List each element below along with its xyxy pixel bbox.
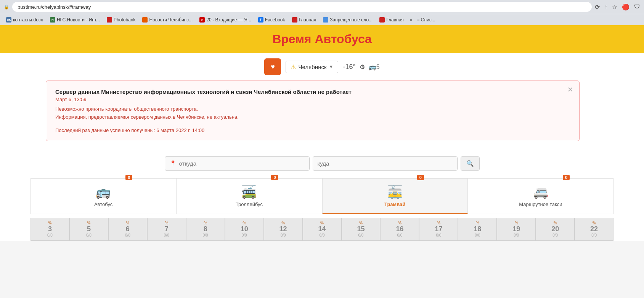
route-sub: 0/0 bbox=[514, 233, 519, 237]
search-icon: 🔍 bbox=[466, 160, 474, 167]
vk-icon: ВК bbox=[6, 17, 11, 23]
news-icon bbox=[142, 17, 148, 23]
route-number-item[interactable]: % 12 0/0 bbox=[264, 218, 303, 241]
route-sub: 0/0 bbox=[125, 233, 130, 237]
route-number: 20 bbox=[551, 225, 559, 234]
bus-icon: 🚌 bbox=[96, 185, 111, 199]
warning-icon: ⚠ bbox=[291, 63, 296, 71]
route-number: 14 bbox=[318, 225, 326, 234]
route-number-item[interactable]: % 19 0/0 bbox=[497, 218, 536, 241]
reading-list-icon[interactable]: ≡ Спис... bbox=[417, 17, 435, 23]
route-percent-label: % bbox=[593, 221, 596, 225]
alert-box: ✕ Сервер данных Министерство информацион… bbox=[46, 81, 580, 141]
bookmark-news[interactable]: Новости Челябинс... bbox=[139, 16, 196, 23]
search-button[interactable]: 🔍 bbox=[461, 156, 480, 171]
settings-icon[interactable]: ⚙ bbox=[360, 63, 365, 71]
city-name: Челябинск bbox=[298, 64, 326, 70]
route-number-item[interactable]: % 15 0/0 bbox=[342, 218, 381, 241]
route-number: 8 bbox=[204, 225, 207, 234]
to-input[interactable] bbox=[318, 160, 453, 167]
route-numbers: % 3 0/0 % 5 0/0 % 6 0/0 % 7 0/0 % 8 0/0 … bbox=[0, 218, 644, 241]
share-icon[interactable]: ↑ bbox=[604, 3, 607, 10]
url-bar[interactable]: bustime.ru/chelyabinsk/#tramway bbox=[12, 2, 592, 12]
bus-label: Автобус bbox=[94, 201, 112, 207]
route-number-item[interactable]: % 7 0/0 bbox=[147, 218, 186, 241]
address-bar: 🔒 bustime.ru/chelyabinsk/#tramway ⟳ ↑ ☆ … bbox=[0, 0, 644, 14]
route-number-item[interactable]: % 22 0/0 bbox=[575, 218, 613, 241]
route-number-item[interactable]: % 18 0/0 bbox=[458, 218, 497, 241]
bookmark-yandex-label: 20 · Входящие — Я... bbox=[206, 17, 251, 23]
tab-tram[interactable]: 0 🚋 Трамвай bbox=[322, 178, 468, 214]
alert-close-button[interactable]: ✕ bbox=[567, 85, 573, 94]
favorites-button[interactable]: ♥ bbox=[264, 58, 281, 75]
bookmark-photobank-label: Photobank bbox=[114, 17, 135, 23]
route-sub: 0/0 bbox=[164, 233, 169, 237]
bookmark-vk[interactable]: ВК контакты.docx bbox=[3, 16, 46, 23]
from-input[interactable] bbox=[179, 160, 305, 167]
site-header: Время Автобуса bbox=[0, 25, 644, 53]
ngs-icon: Н bbox=[50, 17, 55, 23]
route-number-item[interactable]: % 3 0/0 bbox=[31, 218, 69, 241]
bookmark-photobank[interactable]: Photobank bbox=[104, 16, 138, 23]
route-number-item[interactable]: % 16 0/0 bbox=[380, 218, 419, 241]
trolley-label: Троллейбус bbox=[236, 201, 263, 207]
route-sub: 0/0 bbox=[86, 233, 92, 237]
route-number-item[interactable]: % 6 0/0 bbox=[108, 218, 147, 241]
route-number-item[interactable]: % 8 0/0 bbox=[186, 218, 225, 241]
route-number: 22 bbox=[590, 225, 598, 234]
extension-icon[interactable]: 🔴 bbox=[622, 3, 630, 11]
photobank-icon bbox=[107, 17, 112, 23]
route-percent-label: % bbox=[48, 221, 52, 225]
route-number: 17 bbox=[435, 225, 442, 234]
route-number-item[interactable]: % 14 0/0 bbox=[303, 218, 342, 241]
bookmark-ngs[interactable]: Н НГС.Новости - Инт... bbox=[47, 16, 103, 23]
route-number-item[interactable]: % 17 0/0 bbox=[419, 218, 458, 241]
route-sub: 0/0 bbox=[47, 233, 53, 237]
shield-icon[interactable]: 🛡 bbox=[634, 3, 640, 10]
route-sub: 0/0 bbox=[591, 233, 597, 237]
heart-icon: ♥ bbox=[271, 63, 275, 71]
route-sub: 0/0 bbox=[203, 233, 208, 237]
bookmark-home1[interactable]: Главная bbox=[289, 16, 320, 23]
more-bookmarks-button[interactable]: » bbox=[408, 16, 415, 23]
bookmark-star-icon[interactable]: ☆ bbox=[612, 3, 617, 11]
tram-badge: 0 bbox=[417, 175, 424, 180]
bookmark-home1-label: Главная bbox=[299, 17, 316, 23]
route-sub: 0/0 bbox=[320, 233, 325, 237]
bookmark-facebook[interactable]: f Facebook bbox=[255, 16, 288, 23]
route-number-item[interactable]: % 10 0/0 bbox=[225, 218, 264, 241]
toolbar: ♥ ⚠ Челябинск ▼ -16° ⚙ 🚌5 bbox=[0, 53, 644, 81]
alert-date: Март 6, 13:59 bbox=[55, 97, 564, 102]
route-number-item[interactable]: % 20 0/0 bbox=[536, 218, 575, 241]
alert-text: Невозможно принять координаты общественн… bbox=[55, 105, 564, 121]
bookmark-ngs-label: НГС.Новости - Инт... bbox=[57, 17, 100, 23]
route-percent-label: % bbox=[87, 221, 90, 225]
doc-icon bbox=[323, 17, 328, 23]
site-title: Время Автобуса bbox=[7, 32, 637, 46]
route-sub: 0/0 bbox=[242, 233, 247, 237]
route-number-item[interactable]: % 5 0/0 bbox=[69, 218, 108, 241]
refresh-icon[interactable]: ⟳ bbox=[595, 3, 600, 11]
trolley-badge: 0 bbox=[271, 175, 278, 180]
vehicle-count: 🚌5 bbox=[369, 63, 380, 71]
tab-taxi[interactable]: 0 🚐 Маршрутное такси bbox=[468, 178, 613, 214]
bookmark-yandex[interactable]: Я 20 · Входящие — Я... bbox=[196, 16, 254, 23]
bookmark-doc[interactable]: Запрещенные сло... bbox=[320, 16, 376, 23]
route-number: 3 bbox=[48, 225, 52, 234]
city-selector[interactable]: ⚠ Челябинск ▼ bbox=[286, 61, 338, 73]
tab-bus[interactable]: 0 🚌 Автобус bbox=[31, 178, 176, 214]
route-sub: 0/0 bbox=[475, 233, 480, 237]
dropdown-arrow-icon: ▼ bbox=[329, 64, 334, 69]
bookmark-doc-label: Запрещенные сло... bbox=[330, 17, 373, 23]
route-sub: 0/0 bbox=[358, 233, 364, 237]
browser-chrome: 🔒 bustime.ru/chelyabinsk/#tramway ⟳ ↑ ☆ … bbox=[0, 0, 644, 25]
route-percent-label: % bbox=[126, 221, 129, 225]
tab-trolley[interactable]: 0 🚎 Троллейбус bbox=[176, 178, 322, 214]
browser-actions: ⟳ ↑ ☆ 🔴 🛡 bbox=[595, 3, 640, 11]
url-text: bustime.ru/chelyabinsk/#tramway bbox=[18, 4, 91, 10]
route-number: 7 bbox=[165, 225, 169, 234]
bookmark-home2[interactable]: Главная bbox=[376, 16, 407, 23]
route-number: 15 bbox=[357, 225, 365, 234]
route-sub: 0/0 bbox=[281, 233, 286, 237]
route-sub: 0/0 bbox=[436, 233, 441, 237]
